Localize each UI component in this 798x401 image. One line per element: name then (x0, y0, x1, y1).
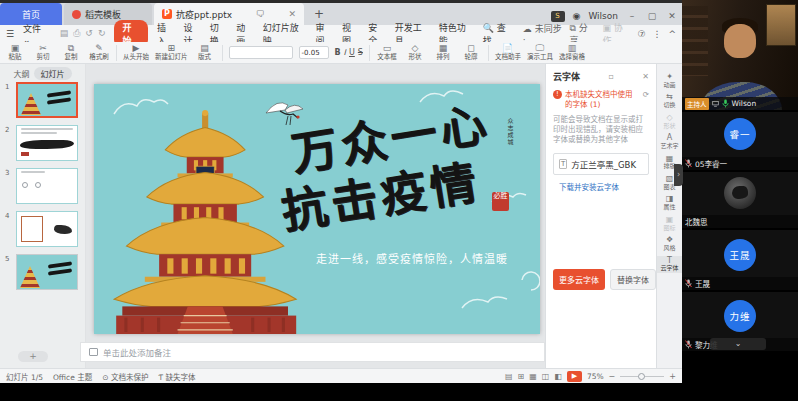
comment-bubble-icon[interactable]: 🗨 (256, 9, 265, 19)
zoom-in-button[interactable]: + (669, 372, 676, 381)
participant-name: 北魏思 (685, 216, 708, 227)
strip-transition[interactable]: ⇆切换 (657, 92, 682, 109)
participant-avatar: 王晟 (724, 239, 756, 271)
zoom-slider-knob[interactable] (638, 373, 645, 380)
participant-name: 王晟 (695, 278, 710, 289)
strip-icons[interactable]: ▣图标 (657, 215, 682, 232)
slide-thumbnail-1[interactable] (16, 82, 78, 118)
missing-font-description: 可能会导致文档在显示或打印时出现错乱，请安装相应字体或替换为其他字体 (553, 115, 649, 145)
slide-thumbnail-4[interactable] (16, 211, 78, 247)
collapse-ribbon-icon[interactable]: ^ (668, 29, 676, 39)
strip-shapes[interactable]: ◇形状 (657, 113, 682, 130)
slide-canvas[interactable]: 万众一心 抗击疫情 必胜 众志成城 走进一线，感受疫情惊险，人情温暖 (94, 84, 540, 334)
strikethrough-button[interactable]: S (358, 48, 363, 57)
more-icon[interactable]: ⋮ (652, 29, 661, 39)
replace-font-button[interactable]: 替换字体 (610, 269, 656, 290)
zoom-slider[interactable] (620, 376, 664, 377)
view-notes-icon[interactable]: ▤ (505, 372, 513, 381)
font-size-input[interactable]: -0.05 (299, 46, 329, 59)
participant-tile-lirui[interactable]: 睿一 05李睿一 (682, 112, 798, 170)
notes-icon (89, 348, 98, 356)
cut-button[interactable]: ✂剪切 (32, 44, 54, 61)
red-seal-stamp[interactable]: 必胜 (492, 192, 509, 211)
slideshow-play-button[interactable]: ▶ (567, 371, 582, 382)
textbox-button[interactable]: ▭文本框 (376, 44, 398, 61)
close-pane-icon[interactable]: ✕ (637, 72, 649, 81)
present-tools-button[interactable]: 🖵演示工具 (527, 44, 553, 61)
cloud-font-pane: 云字体 ▫ ✕ ! 本机缺失文档中使用的字体 (1) ⟳ 可能会导致文档在显示或… (545, 64, 656, 368)
maximize-button[interactable]: ▢ (646, 11, 658, 21)
view-sorter-icon[interactable]: ▦ (529, 372, 537, 381)
play-from-start-button[interactable]: ▶从头开始 (123, 44, 149, 61)
participant-name: Wilson (732, 99, 757, 108)
undo-icon[interactable]: ↺ (85, 28, 93, 39)
signature-mark: 众志成城 (506, 118, 515, 146)
participant-avatar-image (724, 177, 756, 209)
document-protection-status[interactable]: ⊙ 文档未保护 (102, 371, 148, 382)
slide-subtitle[interactable]: 走进一线，感受疫情惊险，人情温暖 (292, 250, 532, 266)
new-slide-button[interactable]: ⊞新建幻灯片 (155, 44, 188, 61)
close-tab-icon[interactable]: ✕ (288, 9, 296, 19)
participant-tile-liliwei[interactable]: 力维 黎力维 ⌄ (682, 292, 798, 351)
user-avatar-icon: ◉ (573, 11, 581, 21)
help-icon[interactable]: ⑦ (637, 29, 645, 39)
close-window-button[interactable]: ✕ (666, 11, 678, 21)
slide-thumbnail-3[interactable] (16, 168, 78, 204)
strip-animation[interactable]: ✦动画 (657, 72, 682, 89)
zoom-level[interactable]: 75% (587, 372, 604, 381)
missing-font-status[interactable]: Ƭ 缺失字体 (158, 371, 195, 382)
view-reading-icon[interactable]: ◫ (542, 372, 550, 381)
slide-position: 幻灯片 1/5 (6, 371, 43, 382)
hamburger-menu-icon[interactable]: ☰ (6, 29, 14, 39)
presentation-file-icon: P (162, 9, 172, 19)
zoom-out-button[interactable]: − (609, 372, 616, 381)
refresh-icon[interactable]: ⟳ (643, 90, 649, 110)
paste-button[interactable]: ▣粘贴 (4, 44, 26, 61)
mini-calligraphy-art (47, 92, 71, 108)
save-icon[interactable]: ▤ (60, 28, 69, 39)
strip-cloud-font[interactable]: T云字体 (657, 256, 682, 273)
format-painter-button[interactable]: ✎格式刷 (88, 44, 110, 61)
slide-thumbnail-5[interactable] (16, 254, 78, 290)
selection-pane-button[interactable]: ▥选择窗格 (559, 44, 585, 61)
docer-logo-icon (72, 10, 81, 19)
tab-outline[interactable]: 大纲 (14, 68, 30, 79)
strip-properties[interactable]: ◨属性 (657, 194, 682, 211)
popout-pane-icon[interactable]: ▫ (603, 72, 613, 81)
notes-input[interactable]: 单击此处添加备注 (80, 342, 545, 362)
font-name-input[interactable] (229, 46, 293, 59)
add-slide-button[interactable]: + (18, 351, 48, 362)
scroll-participants-down-button[interactable]: ⌄ (710, 338, 766, 350)
minimize-button[interactable]: – (626, 11, 638, 21)
underline-button[interactable]: U (349, 48, 355, 57)
missing-font-name: 方正兰亭黑_GBK (571, 158, 636, 170)
participant-tile-wangsheng[interactable]: 王晟 王晟 (682, 230, 798, 290)
redo-icon[interactable]: ↻ (98, 28, 106, 39)
strip-style[interactable]: ❖风格 (657, 235, 682, 252)
slide-thumbnail-2[interactable] (16, 125, 78, 161)
wilson-webcam-video (682, 0, 798, 110)
notes-placeholder: 单击此处添加备注 (103, 346, 171, 358)
copy-button[interactable]: ⧉复制 (60, 44, 82, 61)
arrange-button[interactable]: ▦排列 (432, 44, 454, 61)
slide-layout-button[interactable]: ▤版式 (194, 44, 216, 61)
bold-button[interactable]: B (335, 48, 341, 57)
view-normal-icon[interactable]: ⊞ (518, 372, 525, 381)
meeting-panel-collapse-handle[interactable]: › (674, 164, 683, 186)
participant-tile-wilson[interactable]: 主持人 Wilson (682, 0, 798, 110)
missing-font-item[interactable]: T 方正兰亭黑_GBK (553, 153, 649, 175)
participant-tile-beiweisi[interactable]: 北魏思 (682, 172, 798, 228)
outline-button[interactable]: ◻轮廓 (460, 44, 482, 61)
more-cloud-fonts-button[interactable]: 更多云字体 (553, 269, 605, 290)
italic-button[interactable]: I (344, 48, 346, 57)
user-name[interactable]: Wilson (588, 11, 618, 21)
strip-wordart[interactable]: A艺术字 (657, 133, 682, 150)
print-icon[interactable]: ⎙ (73, 28, 80, 39)
shapes-button[interactable]: ◇形状 (404, 44, 426, 61)
participant-avatar: 睿一 (724, 118, 756, 150)
download-install-link[interactable]: 下载并安装云字体 (559, 181, 649, 192)
tab-docer-label: 稻壳模板 (85, 8, 121, 21)
doc-assistant-button[interactable]: 📄文档助手 (495, 44, 521, 61)
tab-slides[interactable]: 幻灯片 (34, 67, 72, 80)
view-split-icon[interactable]: ◧ (554, 372, 562, 381)
